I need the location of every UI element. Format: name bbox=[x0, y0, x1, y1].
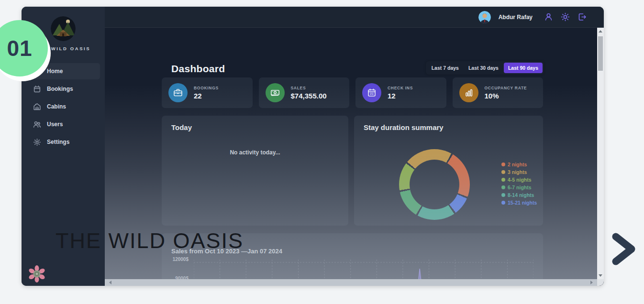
legend-dot bbox=[501, 178, 505, 182]
today-empty-text: No activity today... bbox=[162, 149, 348, 156]
sidebar-item-label: Users bbox=[47, 121, 63, 128]
horizontal-scrollbar[interactable] bbox=[105, 279, 597, 286]
legend-item: 8-14 nights bbox=[501, 191, 537, 199]
next-arrow-icon[interactable] bbox=[611, 231, 638, 267]
users-icon bbox=[33, 120, 41, 129]
date-filter: Last 7 days Last 30 days Last 90 days bbox=[426, 61, 544, 75]
stat-card-sales: SALES $74,355.00 bbox=[259, 77, 350, 108]
page-title: Dashboard bbox=[171, 63, 225, 75]
gear-icon bbox=[33, 138, 41, 146]
y-axis-tick: 12000$ bbox=[166, 257, 189, 262]
donut-legend: 2 nights 3 nights 4-5 nights 6-7 nights … bbox=[501, 161, 537, 206]
vertical-scrollbar-thumb[interactable] bbox=[598, 36, 603, 71]
sidebar-item-label: Home bbox=[47, 68, 63, 75]
avatar bbox=[478, 11, 491, 23]
brand-logo bbox=[51, 16, 76, 41]
filter-last-30-days[interactable]: Last 30 days bbox=[464, 63, 503, 73]
user-name: Abdur Rafay bbox=[499, 14, 533, 21]
sidebar-item-cabins[interactable]: Cabins bbox=[27, 98, 100, 115]
scroll-right-arrow-icon[interactable] bbox=[590, 281, 595, 284]
sidebar-item-settings[interactable]: Settings bbox=[27, 134, 100, 150]
legend-item: 15-21 nights bbox=[501, 199, 537, 206]
stat-value: 22 bbox=[194, 92, 219, 100]
bar-chart-icon bbox=[459, 83, 478, 102]
flower-icon bbox=[27, 264, 46, 283]
calendar-icon bbox=[33, 85, 41, 93]
stat-card-checkins: CHECK INS 12 bbox=[355, 77, 446, 108]
sidebar-item-bookings[interactable]: Bookings bbox=[27, 81, 100, 97]
legend-dot bbox=[501, 163, 505, 166]
legend-dot bbox=[501, 201, 505, 205]
legend-item: 2 nights bbox=[501, 161, 537, 168]
scroll-up-arrow-icon[interactable] bbox=[599, 30, 602, 33]
stat-card-bookings: BOOKINGS 22 bbox=[162, 77, 253, 108]
cabin-icon bbox=[33, 103, 41, 111]
stay-duration-title: Stay duration summary bbox=[364, 123, 533, 131]
today-panel: Today No activity today... bbox=[162, 116, 348, 226]
scrollbar-corner bbox=[597, 279, 604, 286]
vertical-scrollbar[interactable] bbox=[597, 28, 604, 279]
stat-cards-row: BOOKINGS 22 SALES $74,355.00 CHECK INS 1… bbox=[162, 77, 543, 108]
stat-value: $74,355.00 bbox=[291, 92, 327, 100]
stat-label: CHECK INS bbox=[388, 86, 413, 90]
legend-dot bbox=[501, 170, 505, 174]
stat-value: 10% bbox=[485, 92, 527, 100]
slide-caption: THE WILD OASIS bbox=[56, 228, 244, 253]
legend-item: 6-7 nights bbox=[501, 184, 537, 191]
top-header: Abdur Rafay bbox=[105, 7, 604, 28]
logout-icon[interactable] bbox=[577, 12, 587, 22]
stay-duration-panel: Stay duration summary 2 nights 3 nights … bbox=[354, 116, 543, 226]
legend-dot bbox=[501, 193, 505, 197]
stat-label: OCCUPANCY RATE bbox=[485, 86, 527, 90]
legend-dot bbox=[501, 185, 505, 189]
donut-hole bbox=[410, 160, 459, 209]
briefcase-icon bbox=[168, 83, 188, 102]
sun-icon[interactable] bbox=[561, 12, 570, 22]
sidebar-item-users[interactable]: Users bbox=[27, 116, 100, 132]
sidebar-item-label: Cabins bbox=[47, 103, 66, 110]
calendar-check-icon bbox=[362, 83, 381, 102]
user-icon[interactable] bbox=[544, 12, 553, 22]
stat-value: 12 bbox=[388, 92, 413, 100]
scroll-left-arrow-icon[interactable] bbox=[107, 281, 111, 284]
stat-card-occupancy: OCCUPANCY RATE 10% bbox=[453, 77, 544, 108]
today-title: Today bbox=[171, 123, 339, 131]
filter-last-90-days[interactable]: Last 90 days bbox=[504, 63, 543, 73]
banknote-icon bbox=[266, 83, 285, 102]
sidebar-item-label: Bookings bbox=[47, 86, 73, 92]
filter-last-7-days[interactable]: Last 7 days bbox=[427, 63, 463, 73]
stat-label: SALES bbox=[291, 86, 327, 90]
stat-label: BOOKINGS bbox=[194, 86, 219, 90]
scroll-down-arrow-icon[interactable] bbox=[599, 274, 602, 277]
sidebar-item-label: Settings bbox=[47, 139, 69, 145]
legend-item: 3 nights bbox=[501, 168, 537, 176]
legend-item: 4-5 nights bbox=[501, 176, 537, 184]
